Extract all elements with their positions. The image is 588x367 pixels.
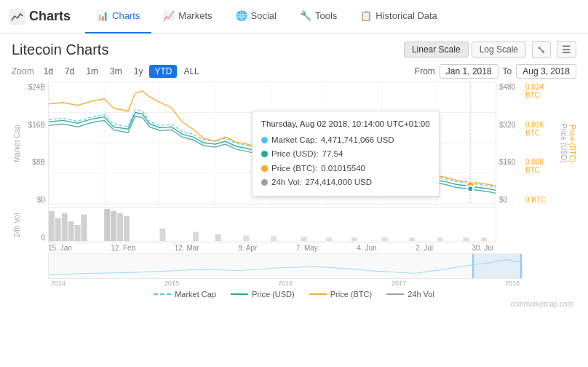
price-btc-axis-label: Price (BTC)	[568, 82, 576, 205]
volume-chart-svg	[48, 207, 496, 243]
vol-label-area: 24h Vol	[12, 207, 22, 243]
log-scale-button[interactable]: Log Scale	[472, 42, 526, 58]
svg-rect-36	[437, 237, 443, 241]
logo: Charts	[9, 9, 71, 25]
date-range: From Jan 1, 2018 To Aug 3, 2018	[415, 64, 576, 79]
svg-rect-37	[463, 237, 469, 241]
svg-rect-32	[326, 237, 332, 241]
tooltip-volume: 24h Vol: 274,414,000 USD	[261, 175, 430, 190]
expand-icon[interactable]: ⤡	[532, 41, 551, 58]
svg-rect-29	[243, 235, 249, 241]
chart-area: Market Cap $24B $16B $8B $0	[12, 82, 576, 205]
svg-rect-26	[160, 229, 166, 241]
chart-legend: Market Cap Price (USD) Price (BTC) 24h V…	[12, 290, 576, 299]
svg-rect-35	[409, 237, 415, 241]
tab-tools[interactable]: 🔧 Tools	[288, 0, 349, 33]
zoom-all[interactable]: ALL	[178, 65, 204, 78]
svg-rect-0	[9, 9, 25, 25]
historical-icon: 📋	[360, 10, 372, 21]
social-icon: 🌐	[236, 10, 247, 21]
svg-rect-19	[68, 221, 74, 241]
zoom-3m[interactable]: 3m	[105, 65, 127, 78]
scale-controls: Linear Scale Log Scale ⤡ ☰	[404, 41, 576, 58]
y-axis-price-usd: $480 $320 $160 $0	[496, 82, 523, 205]
watermark: coinmarketcap.com	[12, 300, 576, 308]
svg-point-14	[467, 186, 473, 192]
svg-rect-28	[215, 234, 221, 241]
svg-rect-16	[49, 211, 55, 241]
legend-price-usd: Price (USD)	[231, 290, 295, 299]
linear-scale-button[interactable]: Linear Scale	[404, 42, 469, 58]
tab-markets[interactable]: 📈 Markets	[151, 0, 223, 33]
y-axis-price-btc: 0.024 BTC 0.016 BTC 0.008 BTC 0 BTC	[523, 82, 559, 205]
markets-icon: 📈	[163, 10, 175, 21]
tab-social[interactable]: 🌐 Social	[224, 0, 288, 33]
nav-tabs: 📊 Charts 📈 Markets 🌐 Social 🔧 Tools 📋 Hi…	[85, 0, 449, 33]
main-chart[interactable]: Thursday, Aug 02 2018, 10:14:00 UTC+01:0…	[48, 82, 496, 205]
svg-rect-30	[271, 236, 277, 241]
mini-chart[interactable]: 2014 2015 2016 2017 2018	[48, 253, 523, 287]
page-header: Litecoin Charts Linear Scale Log Scale ⤡…	[12, 41, 576, 58]
legend-market-cap: Market Cap	[154, 290, 216, 299]
legend-24h-vol: 24h Vol	[386, 290, 434, 299]
svg-rect-40	[472, 254, 474, 278]
tooltip-market-cap: Market Cap: 4,471,741,066 USD	[261, 133, 430, 148]
svg-rect-18	[62, 213, 68, 241]
from-label: From	[415, 66, 435, 76]
charts-icon: 📊	[97, 10, 108, 21]
y-axis-vol: 0	[22, 207, 48, 243]
zoom-controls: Zoom 1d 7d 1m 3m 1y YTD ALL	[12, 65, 204, 78]
to-date-input[interactable]: Aug 3, 2018	[516, 64, 576, 79]
mini-chart-svg	[48, 253, 523, 279]
tools-icon: 🔧	[300, 10, 311, 21]
svg-rect-39	[472, 254, 522, 278]
svg-rect-27	[193, 232, 199, 241]
chart-tooltip: Thursday, Aug 02 2018, 10:14:00 UTC+01:0…	[252, 111, 440, 197]
svg-rect-21	[82, 215, 87, 241]
svg-rect-17	[55, 218, 61, 241]
tab-charts[interactable]: 📊 Charts	[85, 0, 151, 33]
svg-rect-23	[111, 211, 116, 241]
zoom-7d[interactable]: 7d	[60, 65, 79, 78]
to-label: To	[503, 66, 512, 76]
legend-price-btc: Price (BTC)	[309, 290, 372, 299]
svg-rect-38	[481, 237, 487, 241]
y-axis-left: $24B $16B $8B $0	[22, 82, 48, 205]
svg-rect-22	[104, 209, 110, 241]
svg-rect-41	[520, 254, 522, 278]
zoom-ytd[interactable]: YTD	[149, 65, 177, 78]
svg-rect-20	[75, 225, 81, 241]
from-date-input[interactable]: Jan 1, 2018	[440, 64, 498, 79]
top-nav: Charts 📊 Charts 📈 Markets 🌐 Social 🔧 Too…	[0, 0, 588, 33]
menu-icon[interactable]: ☰	[557, 41, 576, 58]
price-usd-axis-label: Price (USD)	[559, 82, 568, 205]
tooltip-price-usd: Price (USD): 77.54	[261, 147, 430, 162]
tab-historical[interactable]: 📋 Historical Data	[349, 0, 449, 33]
page-title: Litecoin Charts	[12, 42, 108, 58]
svg-rect-24	[117, 213, 123, 241]
volume-chart[interactable]	[48, 207, 496, 243]
volume-chart-area: 24h Vol 0	[12, 207, 576, 243]
mini-chart-area: 2014 2015 2016 2017 2018	[12, 253, 576, 287]
svg-rect-34	[382, 237, 388, 241]
svg-rect-31	[301, 237, 307, 241]
zoom-1m[interactable]: 1m	[81, 65, 103, 78]
zoom-row: Zoom 1d 7d 1m 3m 1y YTD ALL From Jan 1, …	[12, 64, 576, 79]
page-content: Litecoin Charts Linear Scale Log Scale ⤡…	[0, 33, 588, 312]
tooltip-price-btc: Price (BTC): 0.01015540	[261, 162, 430, 176]
tooltip-title: Thursday, Aug 02 2018, 10:14:00 UTC+01:0…	[261, 117, 430, 132]
zoom-1y[interactable]: 1y	[129, 65, 148, 78]
svg-rect-25	[124, 216, 130, 242]
x-axis: 15. Jan 12. Feb 12. Mar 9. Apr 7. May 4.…	[12, 243, 576, 253]
zoom-1d[interactable]: 1d	[39, 65, 58, 78]
svg-rect-33	[351, 237, 357, 241]
zoom-label: Zoom	[12, 66, 34, 76]
y-axis-marketcap-label: Market Cap	[12, 82, 22, 205]
